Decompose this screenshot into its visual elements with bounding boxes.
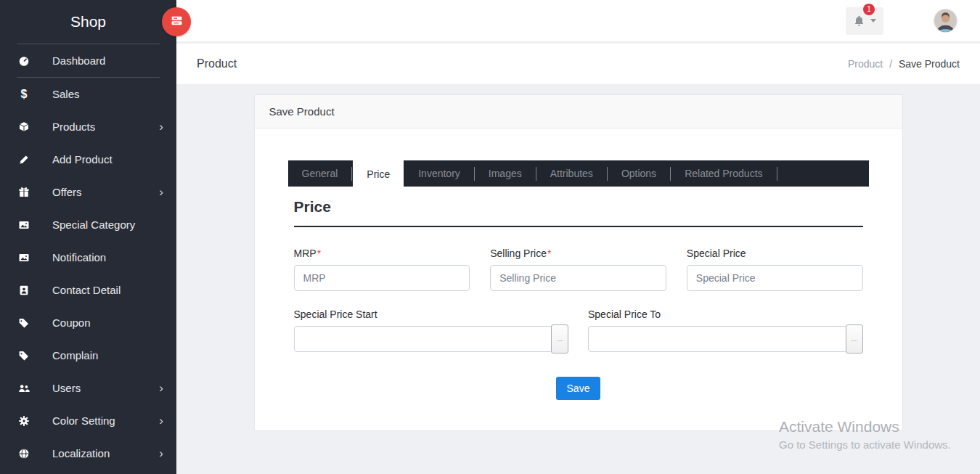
sidebar-item-label: Special Category [52, 218, 163, 231]
chevron-right-icon: › [159, 447, 163, 459]
main-area: 1 Product Product / Save Product Save Pr… [176, 0, 980, 474]
cube-icon [17, 121, 31, 133]
sidebar-toggle-button[interactable] [162, 7, 191, 36]
sidebar-item-label: Users [52, 382, 159, 394]
special-price-input[interactable] [687, 265, 863, 291]
sidebar-item-special-category[interactable]: Special Category [0, 208, 176, 241]
users-icon [17, 383, 31, 394]
special-price-start-input[interactable] [294, 326, 553, 352]
field-special-price-to: Special Price To ... [588, 308, 863, 354]
sidebar-item-label: Localization [52, 447, 159, 459]
required-asterisk: * [547, 248, 551, 259]
sidebar: Shop Dashboard $ Sales Products › Add Pr… [0, 0, 176, 474]
sidebar-item-contact-detail[interactable]: Contact Detail [0, 274, 176, 306]
tab-related-products[interactable]: Related Products [671, 160, 776, 187]
tab-separator [777, 167, 777, 181]
sidebar-item-label: Notification [52, 251, 163, 263]
sidebar-item-label: Offers [52, 186, 159, 198]
notifications-button[interactable]: 1 [846, 7, 883, 35]
date-picker-button[interactable]: ... [846, 324, 863, 354]
price-form: Price MRP* Selling Price* Spe [288, 198, 869, 400]
tab-inventory[interactable]: Inventory [404, 160, 474, 187]
sidebar-item-label: Dashboard [52, 54, 163, 67]
notification-badge: 1 [863, 4, 875, 15]
required-asterisk: * [317, 248, 321, 259]
chevron-right-icon: › [159, 120, 163, 133]
section-title: Price [294, 198, 863, 227]
sidebar-item-notification[interactable]: Notification [0, 241, 176, 274]
breadcrumb-current: Save Product [899, 58, 960, 70]
tab-general[interactable]: General [288, 160, 352, 187]
topbar: 1 [176, 0, 980, 44]
sidebar-item-localization[interactable]: Localization › [0, 437, 176, 470]
pen-icon [17, 154, 31, 166]
sidebar-item-label: Products [52, 120, 159, 133]
tab-images[interactable]: Images [475, 160, 536, 187]
user-avatar[interactable] [934, 9, 957, 32]
sidebar-item-color-setting[interactable]: Color Setting › [0, 404, 176, 437]
chevron-right-icon: › [159, 186, 163, 198]
save-button[interactable]: Save [556, 377, 601, 400]
field-label: Special Price [687, 248, 863, 259]
sidebar-item-label: Coupon [52, 316, 163, 329]
dollar-icon: $ [17, 88, 31, 101]
field-label: Special Price To [588, 308, 863, 320]
page-title: Product [197, 57, 237, 70]
mrp-input[interactable] [294, 265, 470, 291]
field-label: Selling Price* [490, 248, 666, 259]
field-selling-price: Selling Price* [490, 248, 666, 291]
field-label: Special Price Start [294, 308, 569, 320]
page-header: Product Product / Save Product [176, 44, 980, 84]
dashboard-icon [17, 55, 31, 67]
sidebar-item-label: Add Product [52, 153, 163, 166]
chevron-right-icon: › [159, 382, 163, 394]
sidebar-item-label: Color Setting [52, 414, 159, 427]
tab-options[interactable]: Options [608, 160, 670, 187]
sidebar-item-products[interactable]: Products › [0, 110, 176, 143]
app-title: Shop [0, 0, 176, 44]
date-picker-button[interactable]: ... [551, 324, 568, 354]
tag-icon [17, 350, 31, 361]
tag-icon [17, 317, 31, 329]
sidebar-item-offers[interactable]: Offers › [0, 176, 176, 208]
sidebar-item-coupon[interactable]: Coupon [0, 306, 176, 339]
bell-icon [853, 15, 865, 27]
field-special-price: Special Price [687, 248, 863, 291]
globe-icon [17, 448, 31, 459]
breadcrumb-link-product[interactable]: Product [848, 58, 883, 70]
sidebar-item-dashboard[interactable]: Dashboard [0, 44, 176, 77]
card-body: General Price Inventory Images Attribute… [255, 128, 902, 430]
gear-icon [17, 415, 31, 427]
product-tabs: General Price Inventory Images Attribute… [288, 160, 869, 187]
content-area: Save Product General Price Inventory Ima… [176, 84, 980, 474]
selling-price-input[interactable] [490, 265, 666, 291]
tab-attributes[interactable]: Attributes [536, 160, 607, 187]
save-product-card: Save Product General Price Inventory Ima… [254, 94, 903, 431]
contact-card-icon [17, 285, 31, 296]
tab-price[interactable]: Price [353, 160, 404, 192]
breadcrumb-separator: / [889, 58, 892, 70]
image-icon [17, 219, 31, 231]
sidebar-item-label: Sales [52, 88, 163, 100]
tab-separator [351, 167, 352, 181]
sidebar-item-complain[interactable]: Complain [0, 339, 176, 372]
image-icon [17, 252, 31, 263]
field-label: MRP* [294, 248, 470, 259]
sidebar-item-users[interactable]: Users › [0, 372, 176, 404]
sidebar-item-add-product[interactable]: Add Product [0, 143, 176, 176]
chevron-right-icon: › [159, 414, 163, 427]
sidebar-item-sales[interactable]: $ Sales [0, 78, 176, 110]
card-title: Save Product [255, 95, 902, 128]
special-price-to-input[interactable] [588, 326, 847, 352]
sidebar-item-label: Complain [52, 349, 163, 361]
breadcrumb: Product / Save Product [848, 58, 960, 70]
sidebar-item-label: Contact Detail [52, 284, 163, 296]
chevron-down-icon [870, 19, 876, 23]
app-window: Shop Dashboard $ Sales Products › Add Pr… [0, 0, 980, 474]
gift-icon [17, 187, 31, 198]
sidebar-nav: Dashboard $ Sales Products › Add Product… [0, 44, 176, 470]
field-mrp: MRP* [294, 248, 470, 291]
server-menu-icon [171, 15, 183, 29]
field-special-price-start: Special Price Start ... [294, 308, 569, 354]
